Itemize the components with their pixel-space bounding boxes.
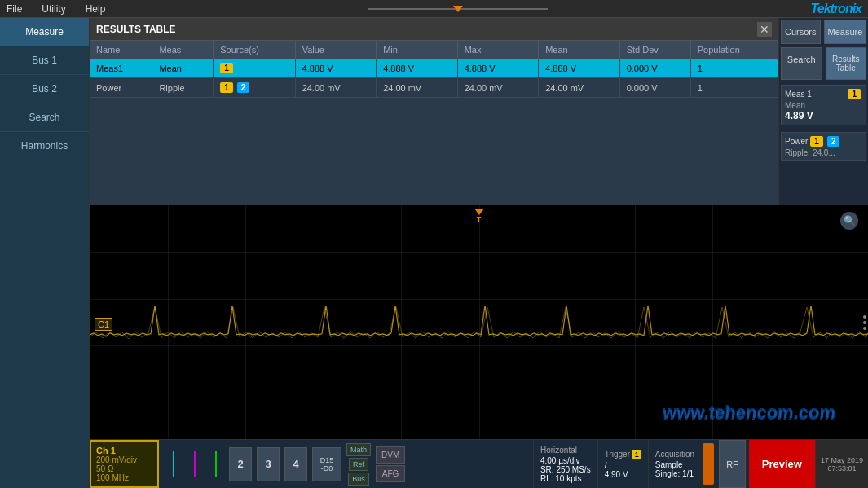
dvm-afg-group: DVM AFG bbox=[376, 446, 405, 482]
date-display: 17 May 2019 bbox=[821, 456, 863, 464]
sidebar-item-bus2[interactable]: Bus 2 bbox=[0, 75, 89, 103]
content-area: RESULTS TABLE ✕ Name Meas Source(s) Valu… bbox=[90, 18, 868, 488]
sidebar-item-search[interactable]: Search bbox=[0, 103, 89, 132]
cursors-button[interactable]: Cursors bbox=[781, 20, 821, 44]
magenta-line bbox=[194, 451, 196, 477]
right-sidebar: Cursors Measure Search ResultsTable Meas… bbox=[778, 18, 868, 205]
num3-button[interactable]: 3 bbox=[257, 447, 280, 481]
table-header-row: Name Meas Source(s) Value Min Max Mean S… bbox=[90, 41, 778, 59]
green-line bbox=[215, 451, 217, 477]
power-value: 24.0... bbox=[813, 148, 835, 157]
timeline bbox=[105, 8, 810, 10]
results-table-header: RESULTS TABLE ✕ bbox=[90, 18, 778, 41]
top-area: RESULTS TABLE ✕ Name Meas Source(s) Valu… bbox=[90, 18, 868, 205]
menu-file[interactable]: File bbox=[7, 3, 22, 15]
ref-button[interactable]: Ref bbox=[349, 458, 368, 471]
trigger-value: 4.90 V bbox=[605, 470, 641, 479]
col-mean: Mean bbox=[539, 41, 620, 59]
waveform-search-icon[interactable]: 🔍 bbox=[840, 212, 858, 230]
col-stddev: Std Dev bbox=[619, 41, 690, 59]
menubar-left: File Utility Help bbox=[7, 3, 105, 15]
col-meas: Meas bbox=[152, 41, 214, 59]
cell-mean: 4.888 V bbox=[539, 59, 620, 78]
meas1-header: Meas 1 1 bbox=[785, 89, 862, 99]
sidebar-item-harmonics[interactable]: Harmonics bbox=[0, 132, 89, 160]
cell-value: 4.888 V bbox=[295, 59, 377, 78]
trigger-title: Trigger 1 bbox=[605, 450, 641, 459]
power-type: Ripple: 24.0... bbox=[785, 148, 862, 157]
cell-value: 24.00 mV bbox=[295, 78, 377, 98]
menu-utility[interactable]: Utility bbox=[42, 3, 65, 15]
col-value: Value bbox=[295, 41, 377, 59]
power-card-header: Power 1 2 bbox=[785, 136, 862, 147]
meas1-type: Mean bbox=[785, 101, 862, 110]
acquisition-title: Acquisition bbox=[655, 450, 694, 459]
cell-meas: Mean bbox=[152, 59, 214, 78]
menu-help[interactable]: Help bbox=[86, 3, 106, 15]
waveform-svg bbox=[90, 205, 868, 439]
dot1 bbox=[863, 315, 866, 319]
three-dots-menu[interactable] bbox=[863, 315, 866, 330]
table-row[interactable]: Meas1 Mean 1 4.888 V 4.888 V 4.888 V 4.8… bbox=[90, 59, 778, 78]
d15-button[interactable]: D15 -D0 bbox=[312, 447, 341, 481]
col-population: Population bbox=[690, 41, 778, 59]
acquisition-info: Acquisition Sample Single: 1/1 bbox=[648, 440, 701, 488]
math-button[interactable]: Math bbox=[346, 443, 371, 456]
num4-button[interactable]: 4 bbox=[284, 447, 307, 481]
results-panel: RESULTS TABLE ✕ Name Meas Source(s) Valu… bbox=[90, 18, 778, 205]
cell-meas: Ripple bbox=[152, 78, 214, 98]
meas1-title: Meas 1 bbox=[785, 90, 812, 99]
col-max: Max bbox=[457, 41, 539, 59]
table-row[interactable]: Power Ripple 1 2 24.00 mV 24.00 mV 24.00… bbox=[90, 78, 778, 98]
cell-population: 1 bbox=[690, 78, 778, 98]
results-close-button[interactable]: ✕ bbox=[757, 22, 772, 37]
col-min: Min bbox=[377, 41, 458, 59]
ch1-bandwidth: 100 MHz bbox=[96, 473, 152, 482]
cell-stddev: 0.000 V bbox=[619, 78, 690, 98]
date-time: 17 May 2019 07:53:01 bbox=[815, 440, 868, 488]
meas1-card[interactable]: Meas 1 1 Mean 4.89 V bbox=[781, 85, 866, 125]
measure-button[interactable]: Measure bbox=[824, 20, 867, 44]
rf-button[interactable]: RF bbox=[719, 440, 746, 488]
ch1-label: Ch 1 bbox=[96, 446, 152, 455]
num2-button[interactable]: 2 bbox=[229, 447, 252, 481]
search-results-buttons: Search ResultsTable bbox=[779, 46, 868, 81]
search-button[interactable]: Search bbox=[781, 47, 822, 80]
power-card[interactable]: Power 1 2 Ripple: 24.0... bbox=[781, 132, 866, 161]
preview-button[interactable]: Preview bbox=[749, 440, 815, 488]
horizontal-time-div: 4.00 µs/div bbox=[540, 456, 591, 465]
horizontal-title: Horizontal bbox=[540, 446, 591, 455]
top-buttons: Cursors Measure bbox=[779, 18, 868, 46]
results-table-button[interactable]: ResultsTable bbox=[826, 47, 867, 80]
waveform-area: T C1 www.tehencom.com 🔍 bbox=[90, 205, 868, 439]
sidebar-item-measure[interactable]: Measure bbox=[0, 18, 89, 46]
ch1-scale: 200 mV/div bbox=[96, 455, 152, 464]
power-badge1: 1 bbox=[810, 136, 823, 147]
menubar: File Utility Help Tektronix bbox=[0, 0, 868, 18]
orange-indicator bbox=[703, 443, 714, 485]
power-badge2: 2 bbox=[827, 136, 840, 147]
ch1-impedance: 50 Ω bbox=[96, 464, 152, 473]
dvm-button[interactable]: DVM bbox=[376, 446, 405, 464]
bus-button[interactable]: Bus bbox=[348, 473, 369, 486]
timeline-marker bbox=[453, 6, 463, 12]
trigger-badge: 1 bbox=[632, 450, 641, 459]
main-layout: Measure Bus 1 Bus 2 Search Harmonics RES… bbox=[0, 18, 868, 488]
sidebar-item-bus1[interactable]: Bus 1 bbox=[0, 46, 89, 75]
cell-max: 4.888 V bbox=[457, 59, 539, 78]
d0-label: -D0 bbox=[321, 464, 333, 473]
ch1-info: Ch 1 200 mV/div 50 Ω 100 MHz bbox=[90, 440, 159, 488]
source-badge-1: 1 bbox=[220, 82, 233, 93]
cell-min: 24.00 mV bbox=[377, 78, 458, 98]
acquisition-mode: Sample bbox=[655, 460, 694, 469]
d15-label: D15 bbox=[320, 456, 334, 464]
cell-mean: 24.00 mV bbox=[539, 78, 620, 98]
meas1-value: 4.89 V bbox=[785, 110, 862, 121]
col-sources: Source(s) bbox=[214, 41, 295, 59]
trigger-icon: / bbox=[605, 461, 641, 470]
afg-button[interactable]: AFG bbox=[376, 465, 405, 482]
horizontal-sr: SR: 250 MS/s bbox=[540, 465, 591, 474]
dot3 bbox=[863, 327, 866, 330]
results-table-title: RESULTS TABLE bbox=[96, 24, 176, 35]
time-display: 07:53:01 bbox=[827, 464, 856, 473]
